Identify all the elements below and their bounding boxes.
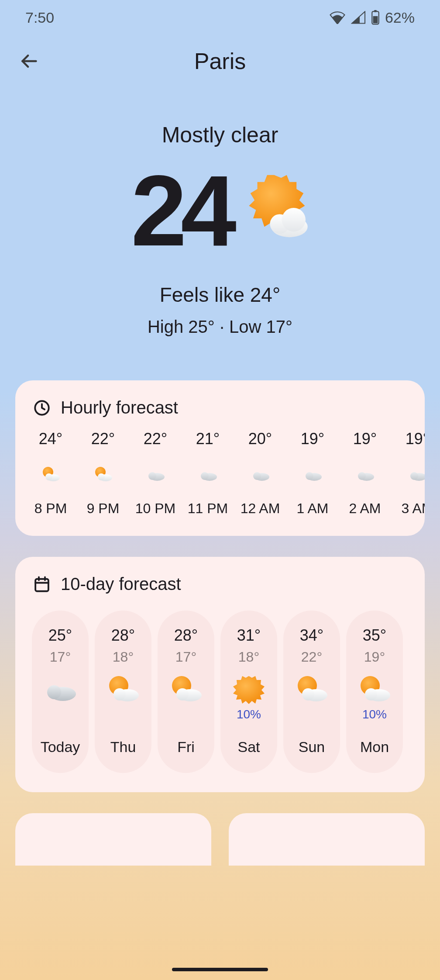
hourly-card-header: Hourly forecast [15, 398, 425, 430]
svg-point-6 [282, 208, 306, 231]
daily-low: 17° [50, 649, 71, 665]
svg-point-10 [45, 473, 52, 480]
battery-icon [371, 10, 380, 25]
hourly-temp: 19° [406, 430, 425, 448]
daily-item[interactable]: 28°17°Fri [158, 611, 214, 773]
nav-handle[interactable] [172, 968, 268, 971]
daily-weather-icon: 10% [356, 665, 393, 731]
daily-precip: 10% [362, 707, 387, 721]
hourly-item[interactable]: 22°10 PM [133, 430, 178, 517]
daily-high: 25° [48, 626, 72, 645]
daily-card-header: 10-day forecast [15, 574, 425, 606]
wifi-icon [329, 11, 346, 24]
daily-weather-icon [43, 665, 78, 731]
hourly-temp: 20° [248, 430, 272, 448]
current-temp: 24 [131, 161, 230, 261]
peek-card-right[interactable] [229, 813, 425, 866]
daily-high: 31° [237, 626, 261, 645]
status-battery: 62% [385, 9, 415, 26]
hourly-time: 10 PM [135, 500, 175, 517]
back-button[interactable] [13, 45, 45, 77]
svg-point-23 [358, 472, 366, 480]
daily-low: 22° [301, 649, 322, 665]
hourly-temp: 21° [196, 430, 220, 448]
svg-rect-26 [35, 579, 48, 591]
sun-cloud-icon [239, 169, 309, 239]
svg-point-40 [302, 688, 314, 700]
daily-precip: 10% [237, 707, 261, 721]
clock-icon [33, 399, 51, 417]
svg-point-15 [148, 472, 156, 480]
cell-signal-icon [351, 11, 366, 24]
daily-high: 28° [111, 626, 135, 645]
hourly-weather-icon [355, 448, 375, 500]
daily-forecast-card[interactable]: 10-day forecast 25°17°Today28°18°Thu28°1… [15, 557, 425, 792]
hourly-temp: 22° [91, 430, 115, 448]
hourly-temp: 24° [39, 430, 62, 448]
hourly-time: 11 PM [188, 500, 228, 517]
svg-rect-2 [373, 16, 378, 23]
hourly-weather-icon [408, 448, 425, 500]
daily-name: Today [41, 738, 80, 756]
daily-item[interactable]: 35°19°10%Mon [346, 611, 403, 773]
svg-point-34 [113, 688, 126, 700]
hourly-time: 9 PM [87, 500, 120, 517]
hourly-weather-icon [93, 448, 113, 500]
hourly-weather-icon [146, 448, 165, 500]
high-low: High 25° · Low 17° [148, 317, 292, 337]
hourly-weather-icon [198, 448, 217, 500]
hourly-scroll[interactable]: 24°8 PM22°9 PM22°10 PM21°11 PM20°12 AM19… [15, 430, 425, 517]
hourly-item[interactable]: 22°9 PM [81, 430, 125, 517]
current-conditions: Mostly clear 24 [0, 87, 440, 337]
hourly-weather-icon [40, 448, 61, 500]
daily-high: 28° [174, 626, 198, 645]
status-time: 7:50 [25, 9, 54, 26]
daily-item[interactable]: 31°18°10%Sat [220, 611, 277, 773]
svg-point-43 [365, 688, 377, 700]
hourly-time: 8 PM [34, 500, 67, 517]
hourly-item[interactable]: 19°1 AM [290, 430, 335, 517]
svg-point-17 [201, 472, 209, 480]
hourly-forecast-card[interactable]: Hourly forecast 24°8 PM22°9 PM22°10 PM21… [15, 380, 425, 536]
daily-item[interactable]: 28°18°Thu [95, 611, 151, 773]
daily-scroll[interactable]: 25°17°Today28°18°Thu28°17°Fri31°18°10%Sa… [15, 606, 425, 773]
svg-point-37 [176, 688, 189, 700]
hourly-temp: 19° [353, 430, 377, 448]
peek-card-left[interactable] [15, 813, 211, 866]
hourly-title: Hourly forecast [61, 398, 178, 418]
calendar-icon [33, 575, 51, 594]
daily-item[interactable]: 34°22°Sun [283, 611, 340, 773]
svg-point-25 [410, 472, 418, 480]
daily-name: Sun [299, 738, 325, 756]
back-arrow-icon [19, 52, 38, 71]
current-temp-row: 24 [131, 161, 309, 261]
feels-like: Feels like 24° [160, 283, 281, 307]
status-bar: 7:50 62% [0, 0, 440, 35]
svg-rect-1 [374, 10, 377, 12]
daily-item[interactable]: 25°17°Today [32, 611, 89, 773]
daily-low: 18° [238, 649, 259, 665]
hourly-temp: 22° [144, 430, 167, 448]
hourly-item[interactable]: 20°12 AM [238, 430, 282, 517]
daily-weather-icon [293, 665, 330, 731]
app-bar: Paris [0, 35, 440, 87]
svg-point-31 [47, 685, 61, 699]
hourly-weather-icon [251, 448, 270, 500]
svg-point-19 [253, 472, 261, 480]
daily-low: 19° [364, 649, 385, 665]
bottom-peek [15, 813, 425, 866]
status-right: 62% [329, 9, 415, 26]
daily-name: Fri [177, 738, 195, 756]
svg-point-13 [98, 473, 105, 480]
daily-title: 10-day forecast [61, 574, 181, 594]
hourly-time: 1 AM [297, 500, 329, 517]
hourly-item[interactable]: 24°8 PM [28, 430, 73, 517]
daily-weather-icon: 10% [233, 665, 265, 731]
daily-high: 35° [363, 626, 386, 645]
daily-weather-icon [168, 665, 204, 731]
daily-high: 34° [300, 626, 323, 645]
daily-name: Thu [110, 738, 136, 756]
hourly-item[interactable]: 19°2 AM [343, 430, 387, 517]
hourly-item[interactable]: 19°3 AM [395, 430, 425, 517]
hourly-item[interactable]: 21°11 PM [186, 430, 230, 517]
